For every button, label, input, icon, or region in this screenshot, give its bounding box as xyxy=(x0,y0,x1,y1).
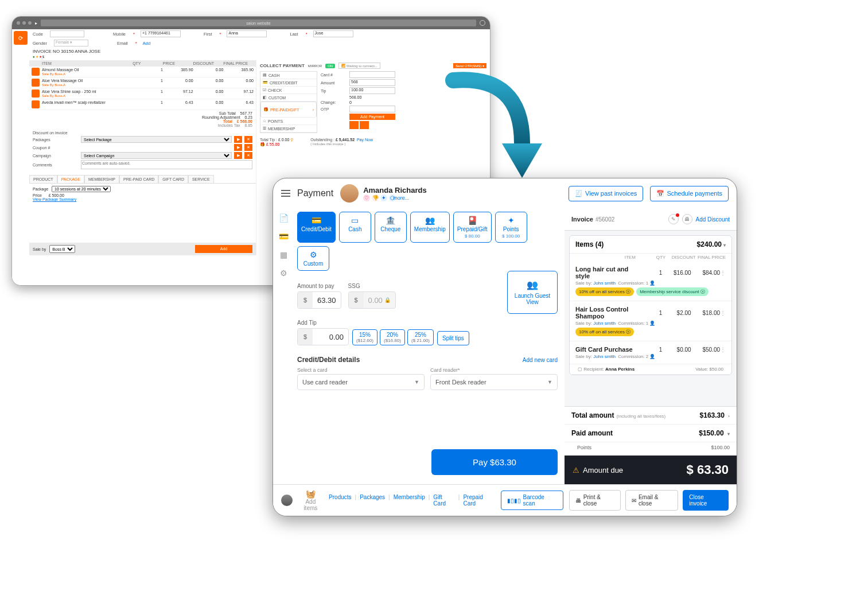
pkg-select[interactable]: 10 sessions at 20 minutes xyxy=(52,186,111,192)
invoice-line[interactable]: Long hair cut and style1$16.00$84.00⋮Sal… xyxy=(570,261,731,301)
last-input[interactable]: Jose xyxy=(313,30,353,37)
payment-method-cash[interactable]: ▭Cash xyxy=(339,212,371,243)
comments-input[interactable] xyxy=(81,160,252,169)
more-icon[interactable]: ⋮ xyxy=(720,270,726,276)
menu-icon[interactable] xyxy=(281,190,290,197)
payment-method-prepaid[interactable]: 🎴Prepaid/Gift$ 80.00 xyxy=(453,212,492,243)
tip-percent-button[interactable]: 15%($12.60) xyxy=(352,329,377,345)
chevron-down-icon[interactable]: ▾ xyxy=(723,243,726,248)
add-payment-button[interactable]: Add Payment xyxy=(349,114,395,120)
invoice-line[interactable]: Gift Card Purchase1$0.00$50.00⋮Sale by: … xyxy=(570,341,731,364)
print-icon[interactable] xyxy=(349,121,359,129)
payment-method-credit-debit[interactable]: 💳 CREDIT/DEBIT xyxy=(260,79,317,87)
total-amount-row[interactable]: Total amount(including all taxes/fees) $… xyxy=(565,407,737,425)
select-card-dropdown[interactable]: Use card reader ▼ xyxy=(297,374,425,390)
send-otp-button[interactable]: Send OTP(SMS) ▾ xyxy=(453,63,486,68)
file-icon[interactable]: 📄 xyxy=(278,213,289,223)
discount-chip[interactable]: Membership service discount ⓧ xyxy=(636,287,709,296)
add-discount-link[interactable]: Add Discount xyxy=(696,216,730,223)
email-close-button[interactable]: ✉Email & close xyxy=(625,490,678,511)
view-package-link[interactable]: View Package Summary xyxy=(33,197,252,201)
card-input[interactable] xyxy=(349,71,395,78)
gear-icon[interactable]: ⚙ xyxy=(278,268,289,278)
payment-method-membership[interactable]: ☰ MEMBERSHIP xyxy=(260,125,317,133)
amount-input[interactable]: $ 63.30 xyxy=(297,291,341,309)
search-icon[interactable] xyxy=(480,20,485,26)
apply-icon[interactable]: ▶ xyxy=(234,144,242,151)
paid-amount-row[interactable]: Paid amount $150.00 ▾ xyxy=(565,425,737,442)
payment-method-points[interactable]: ☆ POINTS xyxy=(260,118,317,125)
schedule-payments-button[interactable]: 📅Schedule payments xyxy=(650,186,729,201)
tab-pre-paid-card[interactable]: PRE-PAID CARD xyxy=(119,175,158,183)
pay-now-link[interactable]: Pay Now xyxy=(357,138,373,142)
invoice-line[interactable]: Hair Loss Control Shampoo1$2.00$18.00⋮Sa… xyxy=(570,301,731,341)
launch-guest-view-button[interactable]: 👥 Launch Guest View xyxy=(507,271,558,314)
print-close-button[interactable]: 🖶Print & close xyxy=(569,490,621,511)
basket-icon[interactable]: 🧺 xyxy=(298,489,324,499)
wallet-icon[interactable]: 💳 xyxy=(278,231,289,242)
view-past-invoices-button[interactable]: 🧾View past invoices xyxy=(569,186,643,201)
operator-avatar-icon[interactable] xyxy=(281,495,293,506)
discount-chip[interactable]: 10% off on all services ⓧ xyxy=(575,287,634,296)
packages-select[interactable]: Select Package xyxy=(81,136,232,143)
payment-method-cash[interactable]: ▤ CASH xyxy=(260,72,317,79)
table-row[interactable]: Aloe Vera Massage OilSale By Boss A10.00… xyxy=(29,77,256,88)
tab-package[interactable]: PACKAGE xyxy=(57,175,84,183)
add-button[interactable]: Add xyxy=(195,245,252,253)
table-row[interactable]: Almond Massage OilSale By Boss A1385.900… xyxy=(29,67,256,77)
tip-percent-button[interactable]: 20%($16.80) xyxy=(380,329,405,345)
apply-icon[interactable]: ▶ xyxy=(234,136,242,143)
saleby-select[interactable]: Boss B xyxy=(49,245,75,253)
payment-method-cheque[interactable]: 🏦Cheque xyxy=(375,212,407,243)
tab-service[interactable]: SERVICE xyxy=(188,175,214,183)
more-link[interactable]: more... xyxy=(398,194,404,201)
card-reader-dropdown[interactable]: Front Desk reader ▼ xyxy=(430,374,558,390)
payment-method-custom[interactable]: ⚙Custom xyxy=(297,246,329,271)
tab-gift-card[interactable]: GIFT CARD xyxy=(158,175,188,183)
table-row[interactable]: Aloe Vera Shine soap - 250 mlSale By Bos… xyxy=(29,88,256,99)
notes-icon[interactable]: ✎ xyxy=(668,214,679,224)
discount-chip[interactable]: 10% off on all services ⓧ xyxy=(575,328,634,336)
payment-method-membership[interactable]: 👥Membership xyxy=(410,212,450,243)
amount-input[interactable]: 568 xyxy=(349,79,395,86)
payment-method-points[interactable]: ✦Points$ 100.00 xyxy=(495,212,527,243)
address-bar[interactable]: salon website xyxy=(41,20,476,26)
tip-percent-button[interactable]: 25%($ 21.00) xyxy=(407,329,434,345)
pay-button[interactable]: Pay $63.30 xyxy=(431,449,558,475)
mobile-input[interactable]: +1 7799164461 xyxy=(141,30,181,37)
add-products-link[interactable]: Products xyxy=(329,494,351,507)
tip-input[interactable]: $ 0.00 xyxy=(297,328,349,345)
gender-select[interactable]: Female ▾ xyxy=(54,40,88,46)
barcode-scan-button[interactable]: ▮▯▮▯Barcode scan xyxy=(501,491,563,510)
remove-icon[interactable]: ✕ xyxy=(244,144,252,151)
guest-block[interactable]: Amanda Richards ♡ 👎 ✦ ⬡ more... xyxy=(340,184,427,203)
campaign-select[interactable]: Select Campaign xyxy=(81,152,232,159)
payment-method-custom[interactable]: ◧ CUSTOM xyxy=(260,94,317,102)
tip-input[interactable]: 100.00 xyxy=(349,87,395,94)
add-email-link[interactable]: Add xyxy=(143,41,150,46)
add-packages-link[interactable]: Packages xyxy=(360,494,385,507)
tab-product[interactable]: PRODUCT xyxy=(29,175,57,183)
split-tips-button[interactable]: Split tips xyxy=(437,331,469,345)
payment-method-check[interactable]: ☑ CHECK xyxy=(260,87,317,94)
payment-method-credit[interactable]: 💳Credit/Debit xyxy=(297,212,336,243)
add-gift-card-link[interactable]: Gift Card xyxy=(433,494,454,507)
more-icon[interactable]: ⋮ xyxy=(720,310,726,316)
first-input[interactable]: Anna xyxy=(227,30,267,37)
add-prepaid-card-link[interactable]: Prepaid Card xyxy=(463,494,495,507)
mirror-on-badge[interactable]: ON xyxy=(325,64,335,68)
remove-icon[interactable]: ✕ xyxy=(244,136,252,143)
receipt-icon[interactable] xyxy=(360,121,369,129)
remove-icon[interactable]: ✕ xyxy=(244,152,252,159)
add-membership-link[interactable]: Membership xyxy=(394,494,425,507)
grid-icon[interactable]: ▦ xyxy=(278,250,289,260)
otp-input[interactable] xyxy=(349,106,395,112)
tab-membership[interactable]: MEMBERSHIP xyxy=(84,175,119,183)
app-logo-icon[interactable]: ⟳ xyxy=(14,31,28,45)
payment-method-pre-paid-gift[interactable]: 🎁 PRE-PAID/GIFT › xyxy=(260,102,317,118)
code-input[interactable] xyxy=(50,30,84,37)
add-new-card-link[interactable]: Add new card xyxy=(523,357,558,363)
table-row[interactable]: Aveda invati men™ scalp revitalizer16.43… xyxy=(29,99,256,110)
close-invoice-button[interactable]: Close invoice xyxy=(683,490,729,511)
apply-icon[interactable]: ▶ xyxy=(234,152,242,159)
